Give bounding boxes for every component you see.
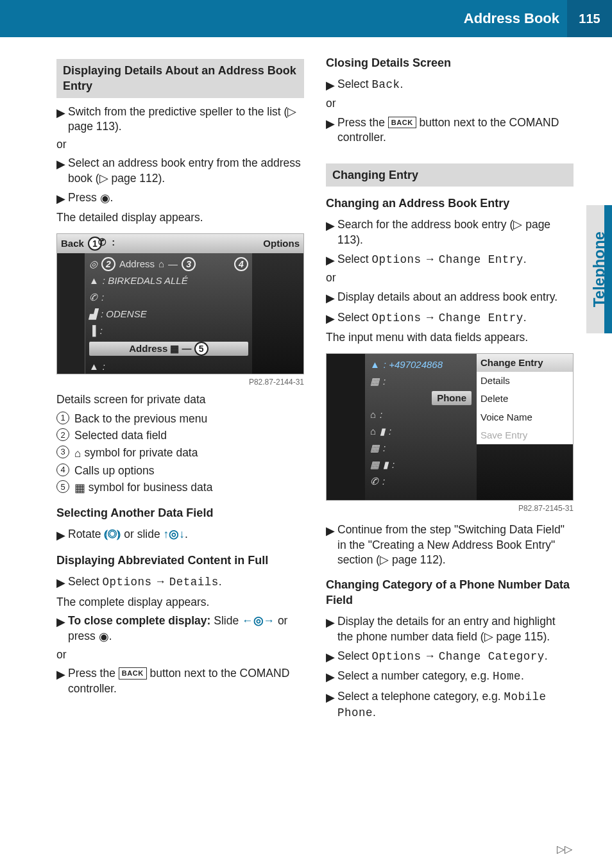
step-body: Display details about an address book en…	[337, 290, 574, 305]
legend-num-3: 3	[56, 446, 69, 458]
menu-path: Options	[372, 312, 421, 324]
figure-image: Back 1 ✆ : Options ◎ 2 Address ⌂—	[56, 233, 304, 374]
step-body: Select Options → Change Entry.	[337, 252, 574, 268]
fig-back-button[interactable]: Back	[61, 237, 84, 250]
text: symbol for private data	[81, 446, 198, 459]
heading-changing-entry: Changing Entry	[326, 163, 574, 187]
step-result: The complete display appears.	[56, 595, 304, 610]
rotate-icon: ⦅◎⦆	[104, 528, 121, 540]
text: Select	[337, 311, 372, 324]
figure-image: ▲: +497024868 ▦: Phone ⌂: ⌂▮: ▦: ▦▮: ✆: …	[326, 353, 574, 501]
slide-horizontal-icon: ←◎→	[242, 614, 275, 627]
text: Select	[337, 253, 372, 265]
controller-press-icon: ◉	[99, 630, 109, 645]
legend-num-5: 5	[56, 480, 69, 493]
home-icon: ⌂	[74, 446, 81, 462]
legend-num-2: 2	[56, 428, 69, 441]
text: symbol for business data	[85, 481, 212, 494]
text: Select	[68, 575, 103, 588]
fig-address-label: Address	[119, 258, 155, 271]
fig-options-button[interactable]: Options	[263, 237, 300, 250]
marker-icon: ▲	[89, 360, 99, 373]
page-number: 115	[567, 0, 612, 37]
callout-5-icon: 5	[194, 342, 208, 356]
step-body: Select Options → Change Entry.	[337, 310, 574, 326]
step-body: Select Options → Details.	[68, 574, 304, 590]
step-body: To close complete display: Slide ←◎→ or …	[68, 613, 304, 644]
fig-street: : BIRKEDALS ALLÉ	[103, 274, 188, 287]
home-icon: ⌂	[158, 258, 164, 271]
menu-header[interactable]: Change Entry	[477, 354, 573, 372]
menu-path: Change Entry	[439, 253, 523, 266]
step-body: Press ◉.	[68, 190, 304, 206]
mobile-icon: ▮	[380, 425, 385, 438]
legend-item: 1Back to the previous menu	[56, 412, 304, 427]
callout-2-icon: 2	[101, 257, 115, 271]
step-marker-icon: ▶	[56, 104, 68, 121]
phone-icon: ✆	[89, 291, 98, 304]
step-marker-icon: ▶	[326, 115, 337, 132]
legend-text: ▦ symbol for business data	[74, 480, 212, 496]
step-result: The detailed display appears.	[56, 210, 304, 226]
step-marker-icon: ▶	[56, 613, 68, 630]
text: Select	[337, 649, 372, 662]
fig-options-menu: Change Entry Details Delete Voice Name S…	[477, 354, 573, 444]
step-body: Rotate ⦅◎⦆ or slide ↑◎↓.	[68, 527, 304, 542]
step: ▶ Display the details for an entry and h…	[326, 614, 574, 644]
step-marker-icon: ▶	[326, 649, 337, 665]
page-continues-icon: ▷▷	[557, 842, 572, 856]
menu-path: Back	[372, 78, 400, 91]
phone-icon: ✆	[370, 475, 378, 488]
menu-item-delete[interactable]: Delete	[477, 390, 573, 408]
step-body: Press the BACK button next to the COMAND…	[68, 666, 304, 696]
step-marker-icon: ▶	[56, 156, 68, 172]
person-icon: ▲	[370, 358, 380, 371]
or-separator: or	[326, 271, 574, 286]
legend-text: Back to the previous menu	[74, 412, 207, 427]
flag-icon: ▐	[89, 324, 96, 337]
fig-phone-tag: Phone	[432, 391, 472, 405]
step: ▶ Select Options → Change Category.	[326, 649, 574, 665]
section-tab-accent	[604, 205, 612, 333]
step-body: Press the BACK button next to the COMAND…	[337, 115, 574, 146]
step: ▶ Select Options → Details.	[56, 574, 304, 591]
step: ▶ Select Options → Change Entry.	[326, 252, 574, 269]
heading-changing-category: Changing Category of a Phone Number Data…	[326, 577, 574, 608]
legend-num-4: 4	[56, 463, 69, 476]
step-body: Select a number category, e.g. Home.	[337, 669, 574, 685]
step: ▶ To close complete display: Slide ←◎→ o…	[56, 613, 304, 644]
legend-item: 3⌂ symbol for private data	[56, 446, 304, 462]
business-icon: ▦	[170, 343, 179, 354]
step-marker-icon: ▶	[326, 522, 337, 539]
step: ▶ Select Options → Change Entry.	[326, 310, 574, 327]
home-icon: ⌂	[370, 425, 376, 438]
menu-item-voice-name[interactable]: Voice Name	[477, 408, 573, 426]
or-separator: or	[56, 137, 304, 153]
step-marker-icon: ▶	[56, 574, 68, 591]
menu-path: Change Category	[439, 650, 545, 663]
step-body: Search for the address book entry (▷ pag…	[337, 217, 574, 247]
step-body: Select Options → Change Category.	[337, 649, 574, 665]
figure-change-entry: ▲: +497024868 ▦: Phone ⌂: ⌂▮: ▦: ▦▮: ✆: …	[326, 353, 574, 513]
menu-item-save-entry: Save Entry	[477, 426, 573, 444]
slide-vertical-icon: ↑◎↓	[164, 528, 185, 540]
left-column: Displaying Details About an Address Book…	[56, 55, 304, 723]
fig-city: : ODENSE	[101, 308, 147, 321]
text: Press the	[337, 116, 388, 129]
figure-code: P82.87-2145-31	[326, 503, 574, 513]
step-body: Display the details for an entry and hig…	[337, 614, 574, 644]
text: Select	[337, 78, 372, 90]
controller-press-icon: ◉	[100, 191, 110, 206]
figure-details-screen: Back 1 ✆ : Options ◎ 2 Address ⌂—	[56, 233, 304, 387]
heading-changing-ab: Changing an Address Book Entry	[326, 196, 574, 211]
step: ▶ Display details about an address book …	[326, 290, 574, 306]
step-marker-icon: ▶	[56, 190, 68, 207]
back-key-icon: BACK	[388, 117, 416, 129]
text: Select a telephone category, e.g.	[337, 690, 504, 703]
globe-icon: ◎	[89, 258, 98, 271]
menu-item-details[interactable]: Details	[477, 372, 573, 390]
legend-num-1: 1	[56, 412, 69, 424]
step-body: Select a telephone category, e.g. Mobile…	[337, 689, 574, 721]
figure-caption: Details screen for private data	[56, 392, 304, 408]
callout-3-icon: 3	[182, 257, 196, 271]
